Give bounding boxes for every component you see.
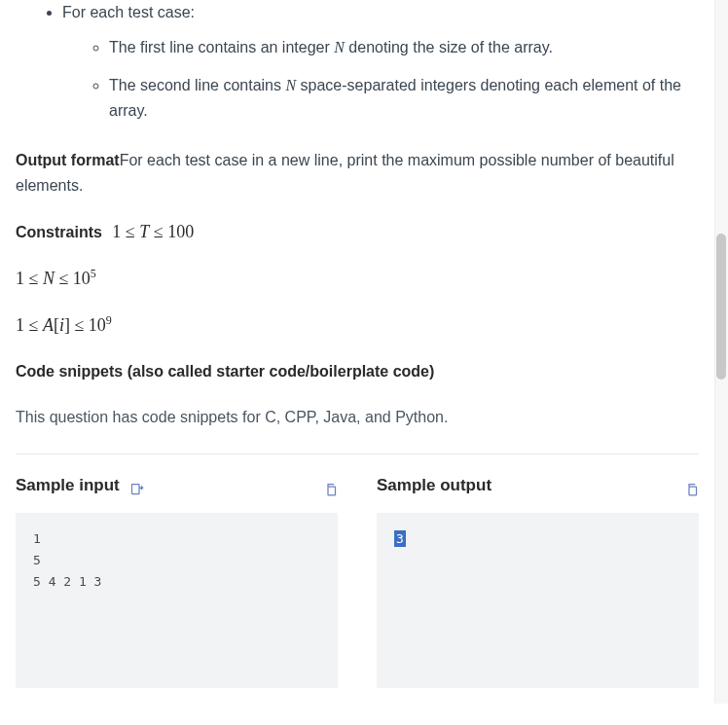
constraint-a: 1 ≤ A[i] ≤ 109	[16, 311, 699, 341]
copy-icon[interactable]	[684, 479, 699, 493]
sample-output-text: 3	[394, 530, 406, 547]
text-fragment: The second line contains	[109, 77, 285, 93]
sample-input-label: Sample input	[16, 472, 120, 499]
variable-n: N	[285, 77, 296, 93]
input-format-outer-item: For each test case: The first line conta…	[62, 0, 699, 125]
list-item: The second line contains N space-separat…	[109, 73, 699, 125]
list-item: The first line contains an integer N den…	[109, 35, 699, 60]
sample-input-header: Sample input	[16, 472, 338, 499]
problem-content: For each test case: The first line conta…	[16, 0, 712, 688]
sample-input-box[interactable]: 1 5 5 4 2 1 3	[16, 513, 338, 688]
input-format-inner-list: The first line contains an integer N den…	[62, 35, 699, 124]
svg-rect-2	[689, 487, 697, 495]
constraint-n: 1 ≤ N ≤ 105	[16, 265, 699, 294]
scrollbar-track[interactable]	[714, 0, 728, 704]
constraint-t: 1 ≤ T ≤ 100	[112, 222, 194, 241]
samples-row: Sample input 1 5 5 4 2 1 3	[16, 472, 699, 688]
constraints-section: Constraints 1 ≤ T ≤ 100 1 ≤ N ≤ 105 1 ≤ …	[16, 218, 699, 340]
sample-output-box[interactable]: 3	[377, 513, 699, 688]
input-format-list: For each test case: The first line conta…	[16, 0, 699, 125]
variable-n: N	[334, 39, 345, 55]
sample-output-header: Sample output	[377, 472, 699, 499]
sample-output-label: Sample output	[377, 472, 491, 499]
code-snippets-note: This question has code snippets for C, C…	[16, 405, 699, 430]
sample-output-column: Sample output 3	[377, 472, 699, 688]
svg-rect-1	[328, 487, 336, 495]
section-divider	[16, 453, 699, 454]
sample-input-column: Sample input 1 5 5 4 2 1 3	[16, 472, 338, 688]
constraints-label: Constraints	[16, 224, 102, 240]
list-text: For each test case:	[62, 4, 195, 20]
text-fragment: denoting the size of the array.	[345, 39, 553, 55]
export-icon[interactable]	[129, 479, 144, 493]
copy-icon[interactable]	[323, 479, 338, 493]
code-snippets-section: Code snippets (also called starter code/…	[16, 359, 699, 430]
text-fragment: The first line contains an integer	[109, 39, 334, 55]
scrollbar-thumb[interactable]	[716, 234, 726, 380]
output-format-section: Output formatFor each test case in a new…	[16, 148, 699, 199]
output-format-label: Output format	[16, 152, 120, 168]
svg-rect-0	[131, 484, 139, 493]
code-snippets-heading: Code snippets (also called starter code/…	[16, 359, 699, 384]
